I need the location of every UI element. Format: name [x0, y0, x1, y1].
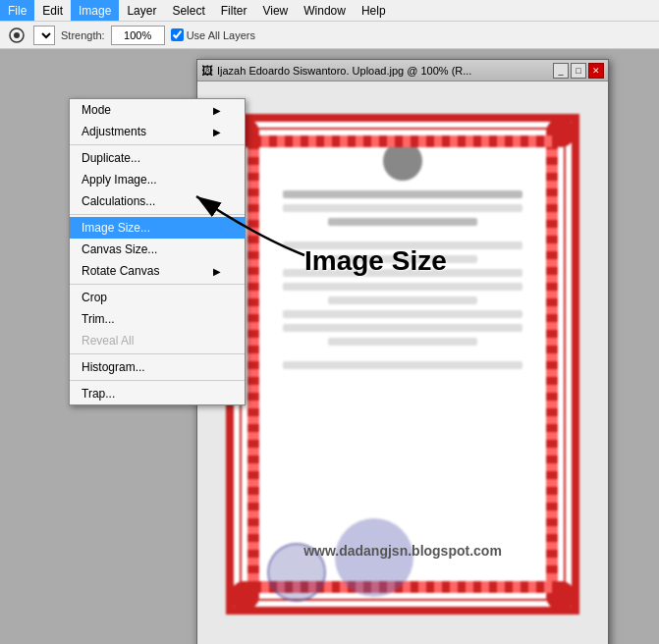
submenu-arrow: ▶: [213, 105, 221, 116]
cert-right-decor: [546, 141, 558, 587]
menu-item-filter[interactable]: Filter: [213, 0, 255, 21]
menu-item-help[interactable]: Help: [354, 0, 394, 21]
strength-input[interactable]: [111, 26, 165, 45]
image-menu-dropdown: Mode ▶ Adjustments ▶ Duplicate... Apply …: [69, 98, 246, 405]
document-title-text: Ijazah Edoardo Siswantoro. Upload.jpg @ …: [217, 65, 471, 77]
window-controls: _ □ ✕: [553, 63, 604, 79]
certificate-image: [226, 114, 579, 615]
menu-item-select[interactable]: Select: [164, 0, 212, 21]
separator-3: [70, 284, 245, 285]
tool-brush-icon[interactable]: [6, 25, 27, 46]
menu-bar: File Edit Image Layer Select Filter View…: [0, 0, 659, 22]
menu-crop[interactable]: Crop: [70, 287, 245, 308]
submenu-arrow: ▶: [213, 127, 221, 137]
menu-trim[interactable]: Trim...: [70, 308, 245, 330]
submenu-arrow: ▶: [213, 266, 221, 277]
menu-apply-image[interactable]: Apply Image...: [70, 169, 245, 190]
maximize-button[interactable]: □: [571, 63, 586, 79]
brush-preset-select[interactable]: [33, 26, 55, 45]
menu-item-edit[interactable]: Edit: [34, 0, 71, 21]
menu-trap[interactable]: Trap...: [70, 383, 245, 404]
menu-item-image[interactable]: Image: [71, 0, 119, 21]
menu-duplicate[interactable]: Duplicate...: [70, 147, 245, 169]
separator-5: [70, 380, 245, 381]
menu-adjustments[interactable]: Adjustments ▶: [70, 121, 245, 142]
minimize-button[interactable]: _: [553, 63, 569, 79]
menu-reveal-all[interactable]: Reveal All: [70, 330, 245, 351]
toolbar: Strength: Use All Layers: [0, 22, 659, 49]
close-button[interactable]: ✕: [588, 63, 604, 79]
document-content: www.dadangjsn.blogspot.com: [197, 81, 608, 644]
menu-mode[interactable]: Mode ▶: [70, 99, 245, 121]
menu-canvas-size[interactable]: Canvas Size...: [70, 239, 245, 260]
menu-calculations[interactable]: Calculations...: [70, 190, 245, 212]
menu-item-view[interactable]: View: [254, 0, 296, 21]
document-titlebar: 🖼 Ijazah Edoardo Siswantoro. Upload.jpg …: [197, 60, 608, 81]
svg-point-1: [14, 32, 20, 38]
cert-url-watermark: www.dadangjsn.blogspot.com: [197, 543, 608, 559]
menu-rotate-canvas[interactable]: Rotate Canvas ▶: [70, 260, 245, 282]
use-all-layers-label: Use All Layers: [187, 29, 255, 41]
cert-left-decor: [247, 141, 259, 587]
separator-1: [70, 144, 245, 145]
menu-histogram[interactable]: Histogram...: [70, 356, 245, 378]
menu-item-window[interactable]: Window: [296, 0, 354, 21]
cert-top-decor: [253, 135, 552, 147]
menu-item-file[interactable]: File: [0, 0, 34, 21]
menu-item-layer[interactable]: Layer: [119, 0, 164, 21]
use-all-layers-wrap: Use All Layers: [171, 28, 255, 41]
separator-2: [70, 214, 245, 215]
menu-image-size[interactable]: Image Size...: [70, 217, 245, 239]
strength-label: Strength:: [61, 29, 105, 41]
separator-4: [70, 353, 245, 354]
document-window: 🖼 Ijazah Edoardo Siswantoro. Upload.jpg …: [196, 59, 609, 644]
document-title: 🖼 Ijazah Edoardo Siswantoro. Upload.jpg …: [201, 64, 553, 78]
use-all-layers-checkbox[interactable]: [171, 28, 184, 41]
main-area: 🖼 Ijazah Edoardo Siswantoro. Upload.jpg …: [0, 49, 659, 644]
document-icon: 🖼: [201, 64, 213, 78]
workspace: 🖼 Ijazah Edoardo Siswantoro. Upload.jpg …: [0, 49, 659, 644]
